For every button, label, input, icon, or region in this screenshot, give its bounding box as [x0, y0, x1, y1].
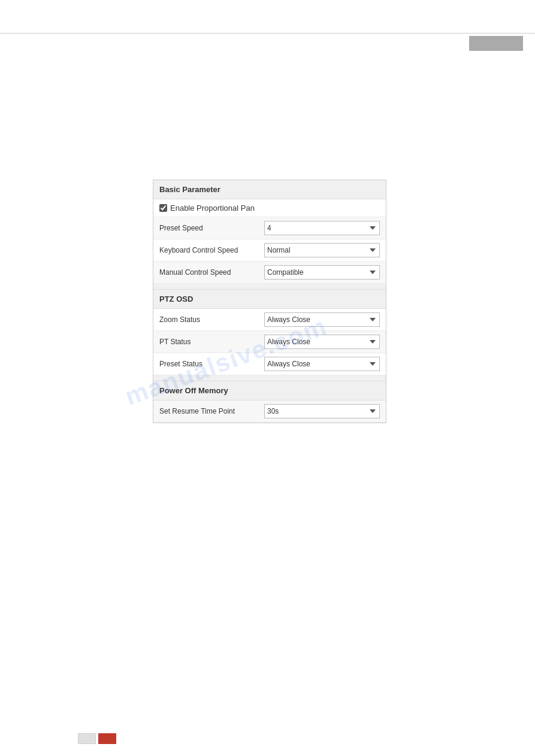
- top-right-box: [469, 36, 523, 51]
- zoom-status-select[interactable]: Always Close Always Open Auto: [264, 312, 380, 327]
- basic-parameter-title: Basic Parameter: [159, 185, 220, 194]
- set-resume-time-point-label: Set Resume Time Point: [159, 407, 264, 415]
- spacer-2: [153, 375, 386, 381]
- bottom-logos: [78, 733, 116, 744]
- pt-status-select[interactable]: Always Close Always Open Auto: [264, 335, 380, 349]
- pt-status-row: PT Status Always Close Always Open Auto: [153, 331, 386, 353]
- enable-proportional-pan-label: Enable Proportional Pan: [170, 204, 255, 212]
- preset-status-control: Always Close Always Open Auto: [264, 357, 380, 371]
- manual-control-speed-select[interactable]: Compatible Pedestrian Non-motor vehicle …: [264, 265, 380, 280]
- preset-speed-control: 4 1 2 3 5 6 7 8: [264, 221, 380, 235]
- power-off-memory-title: Power Off Memory: [159, 386, 228, 395]
- preset-status-row: Preset Status Always Close Always Open A…: [153, 353, 386, 375]
- enable-proportional-pan-row: Enable Proportional Pan: [153, 199, 386, 217]
- keyboard-control-speed-row: Keyboard Control Speed Normal Low Medium…: [153, 239, 386, 262]
- ptz-osd-header: PTZ OSD: [153, 290, 386, 309]
- preset-status-select[interactable]: Always Close Always Open Auto: [264, 357, 380, 371]
- preset-speed-select[interactable]: 4 1 2 3 5 6 7 8: [264, 221, 380, 235]
- set-resume-time-point-control: 30s 60s 120s 300s Never: [264, 404, 380, 418]
- manual-control-speed-row: Manual Control Speed Compatible Pedestri…: [153, 262, 386, 284]
- power-off-memory-header: Power Off Memory: [153, 381, 386, 400]
- manual-control-speed-label: Manual Control Speed: [159, 268, 264, 277]
- logo-white: [78, 733, 96, 744]
- spacer-1: [153, 284, 386, 290]
- set-resume-time-point-row: Set Resume Time Point 30s 60s 120s 300s …: [153, 400, 386, 423]
- logo-red: [98, 733, 116, 744]
- keyboard-control-speed-control: Normal Low Medium High: [264, 243, 380, 257]
- keyboard-control-speed-select[interactable]: Normal Low Medium High: [264, 243, 380, 257]
- preset-status-label: Preset Status: [159, 360, 264, 368]
- settings-panel: Basic Parameter Enable Proportional Pan …: [153, 180, 386, 423]
- basic-parameter-header: Basic Parameter: [153, 180, 386, 199]
- keyboard-control-speed-label: Keyboard Control Speed: [159, 246, 264, 254]
- pt-status-control: Always Close Always Open Auto: [264, 335, 380, 349]
- zoom-status-control: Always Close Always Open Auto: [264, 312, 380, 327]
- pt-status-label: PT Status: [159, 338, 264, 346]
- zoom-status-row: Zoom Status Always Close Always Open Aut…: [153, 309, 386, 331]
- preset-speed-label: Preset Speed: [159, 224, 264, 232]
- enable-proportional-pan-checkbox[interactable]: [159, 204, 167, 212]
- ptz-osd-title: PTZ OSD: [159, 294, 193, 303]
- zoom-status-label: Zoom Status: [159, 315, 264, 324]
- top-divider: [0, 33, 535, 34]
- preset-speed-row: Preset Speed 4 1 2 3 5 6 7 8: [153, 217, 386, 239]
- set-resume-time-point-select[interactable]: 30s 60s 120s 300s Never: [264, 404, 380, 418]
- manual-control-speed-control: Compatible Pedestrian Non-motor vehicle …: [264, 265, 380, 280]
